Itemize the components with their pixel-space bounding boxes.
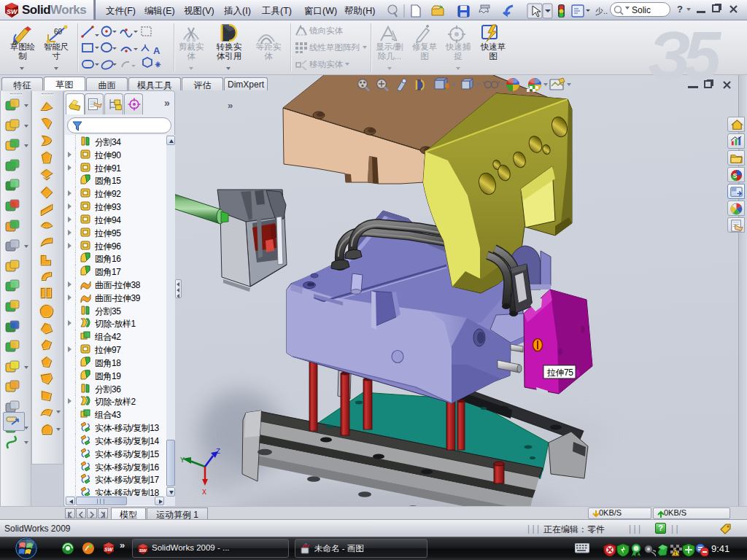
svg-text:SW: SW [139,548,147,553]
svg-text:60: 60 [54,28,63,36]
svg-text:Z: Z [216,448,220,456]
svg-text:!: ! [675,551,676,556]
svg-text:X: X [202,489,206,497]
svg-text:拉伸75: 拉伸75 [546,368,573,378]
svg-text:少..: 少.. [595,7,608,15]
svg-text:SW: SW [7,8,18,15]
svg-text:S: S [733,172,738,179]
svg-text:A: A [153,45,160,56]
svg-text:Y: Y [180,456,185,464]
svg-text:SW: SW [104,547,114,552]
